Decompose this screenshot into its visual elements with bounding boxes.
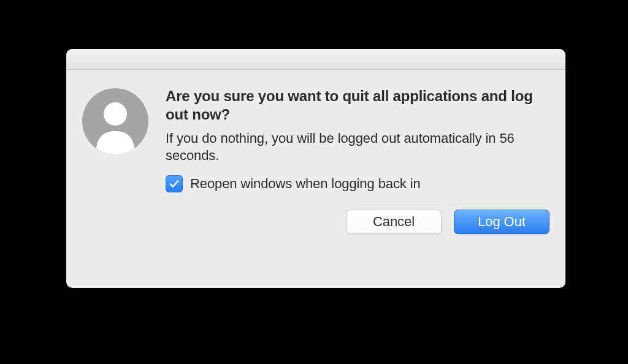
dialog-content: Are you sure you want to quit all applic…: [166, 86, 550, 192]
reopen-windows-checkbox[interactable]: [166, 175, 183, 192]
dialog-title: Are you sure you want to quit all applic…: [166, 87, 550, 124]
title-bar: [66, 49, 565, 70]
logout-dialog: Are you sure you want to quit all applic…: [66, 49, 565, 288]
user-avatar-icon: [82, 88, 148, 154]
reopen-windows-row: Reopen windows when logging back in: [166, 175, 550, 192]
checkmark-icon: [168, 178, 180, 190]
svg-point-2: [104, 102, 127, 126]
reopen-windows-label[interactable]: Reopen windows when logging back in: [190, 176, 421, 192]
dialog-message: If you do nothing, you will be logged ou…: [166, 130, 550, 164]
dialog-buttons: Cancel Log Out: [66, 210, 565, 250]
dialog-body: Are you sure you want to quit all applic…: [66, 70, 565, 192]
cancel-button[interactable]: Cancel: [346, 210, 442, 234]
logout-button[interactable]: Log Out: [454, 210, 550, 234]
dialog-icon-column: [82, 86, 148, 192]
